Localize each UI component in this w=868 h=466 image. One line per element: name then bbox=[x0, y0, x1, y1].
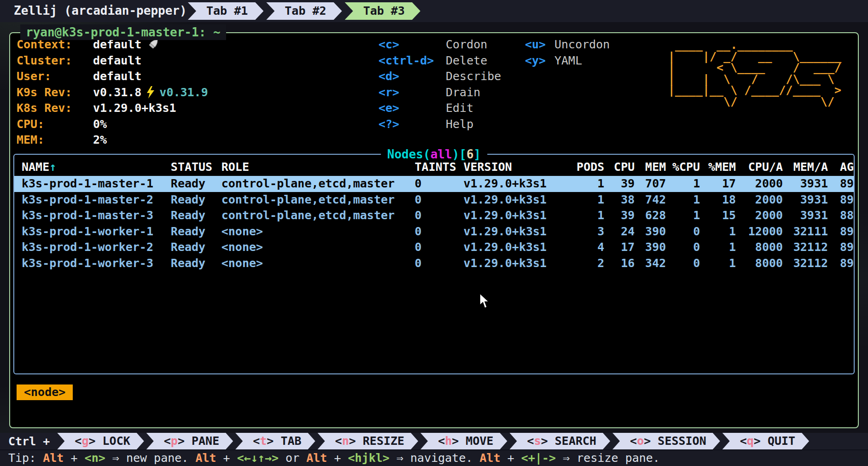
info-row: K8s Rev:v1.29.0+k3s1 bbox=[17, 100, 208, 116]
zellij-tip-bar: Tip: Alt + <n> ⇒ new pane. Alt + <←↓↑→> … bbox=[0, 449, 868, 466]
mouse-cursor-icon bbox=[479, 293, 492, 311]
info-row: K9s Rev:v0.31.8 v0.31.9 bbox=[17, 85, 208, 101]
nodes-table: Nodes(all)[6] NAME↑STATUSROLETAINTSVERSI… bbox=[13, 154, 855, 374]
column-header-pods: PODS bbox=[569, 159, 604, 175]
hotkey-hint: <y>YAML bbox=[525, 53, 610, 69]
column-header-pmem: %MEM bbox=[700, 159, 736, 175]
hotkey-hint: <ctrl-d>Delete bbox=[379, 53, 501, 69]
table-row[interactable]: k3s-prod-1-worker-2Ready<none>0v1.29.0+k… bbox=[14, 239, 854, 256]
session-name: Zellij (arcadian-pepper) bbox=[14, 0, 187, 21]
column-header-mema: MEM/A bbox=[783, 159, 828, 175]
info-row: MEM:2% bbox=[17, 132, 208, 148]
column-header-version: VERSION bbox=[463, 159, 569, 175]
status-ribbon-lock[interactable]: <g> LOCK bbox=[57, 433, 144, 449]
status-ribbon-search[interactable]: <s> SEARCH bbox=[510, 433, 611, 449]
k9s-hotkeys-column-2: <u>Uncordon<y>YAML bbox=[525, 37, 610, 69]
ctrl-prefix-label: Ctrl + bbox=[8, 435, 50, 448]
table-row[interactable]: k3s-prod-1-master-1Readycontrol-plane,et… bbox=[14, 176, 854, 192]
column-header-age: AG bbox=[828, 159, 854, 175]
status-ribbon-session[interactable]: <o> SESSION bbox=[612, 433, 720, 449]
column-header-cpu: CPU bbox=[604, 159, 635, 175]
table-row[interactable]: k3s-prod-1-worker-1Ready<none>0v1.29.0+k… bbox=[14, 224, 854, 240]
column-header-taints: TAINTS bbox=[415, 159, 464, 175]
table-row[interactable]: k3s-prod-1-master-2Readycontrol-plane,et… bbox=[14, 192, 854, 208]
sort-arrow-icon: ↑ bbox=[49, 160, 56, 174]
column-header-mem: MEM bbox=[635, 159, 666, 175]
info-row: Cluster:default bbox=[17, 53, 208, 69]
hotkey-hint: <c>Cordon bbox=[379, 37, 501, 53]
column-header-cpua: CPU/A bbox=[736, 159, 783, 175]
tab-bar: Tab #1Tab #2Tab #3 bbox=[188, 2, 420, 20]
hotkey-hint: <e>Edit bbox=[379, 100, 501, 116]
terminal-pane[interactable]: Context:default Cluster:defaultUser:defa… bbox=[9, 32, 859, 428]
table-header-row: NAME↑STATUSROLETAINTSVERSIONPODSCPUMEM%C… bbox=[14, 159, 854, 175]
status-ribbon-tab[interactable]: <t> TAB bbox=[235, 433, 315, 449]
k9s-cluster-info: Context:default Cluster:defaultUser:defa… bbox=[17, 37, 208, 148]
zellij-top-bar: Zellij (arcadian-pepper) Tab #1Tab #2Tab… bbox=[0, 0, 868, 22]
hotkey-hint: <u>Uncordon bbox=[525, 37, 610, 53]
table-row[interactable]: k3s-prod-1-worker-3Ready<none>0v1.29.0+k… bbox=[14, 256, 854, 272]
column-header-status: STATUS bbox=[171, 159, 221, 175]
tab-2[interactable]: Tab #2 bbox=[266, 2, 342, 20]
breadcrumb: <node> bbox=[17, 384, 73, 400]
node-table-body: k3s-prod-1-master-1Readycontrol-plane,et… bbox=[14, 176, 854, 271]
status-ribbon-move[interactable]: <h> MOVE bbox=[420, 433, 507, 449]
table-row[interactable]: k3s-prod-1-master-3Readycontrol-plane,et… bbox=[14, 208, 854, 224]
status-ribbon-resize[interactable]: <n> RESIZE bbox=[318, 433, 419, 449]
column-header-pcpu: %CPU bbox=[666, 159, 700, 175]
upgrade-bolt-icon bbox=[146, 86, 155, 99]
column-header-name: NAME↑ bbox=[22, 159, 171, 175]
info-row: User:default bbox=[17, 69, 208, 85]
hotkey-hint: <d>Describe bbox=[379, 69, 501, 85]
tab-1[interactable]: Tab #1 bbox=[188, 2, 263, 20]
status-ribbon-quit[interactable]: <q> QUIT bbox=[722, 433, 809, 449]
tab-3[interactable]: Tab #3 bbox=[345, 2, 420, 20]
hotkey-hint: <r>Drain bbox=[379, 85, 501, 101]
k9s-ascii-logo: ____ __.________ | |/ _/ __ \______ | < … bbox=[668, 40, 841, 107]
column-header-role: ROLE bbox=[221, 159, 415, 175]
status-ribbon-pane[interactable]: <p> PANE bbox=[146, 433, 233, 449]
status-ribbons: <g> LOCK<p> PANE<t> TAB<n> RESIZE<h> MOV… bbox=[57, 433, 809, 449]
info-row: CPU:0% bbox=[17, 116, 208, 133]
zellij-status-bar: Ctrl + <g> LOCK<p> PANE<t> TAB<n> RESIZE… bbox=[0, 433, 868, 449]
pane-title: ryan@k3s-prod-1-master-1: ~ bbox=[20, 24, 226, 40]
k9s-hotkeys-column-1: <c>Cordon<ctrl-d>Delete<d>Describe<r>Dra… bbox=[379, 37, 501, 132]
hotkey-hint: <?>Help bbox=[379, 116, 501, 133]
